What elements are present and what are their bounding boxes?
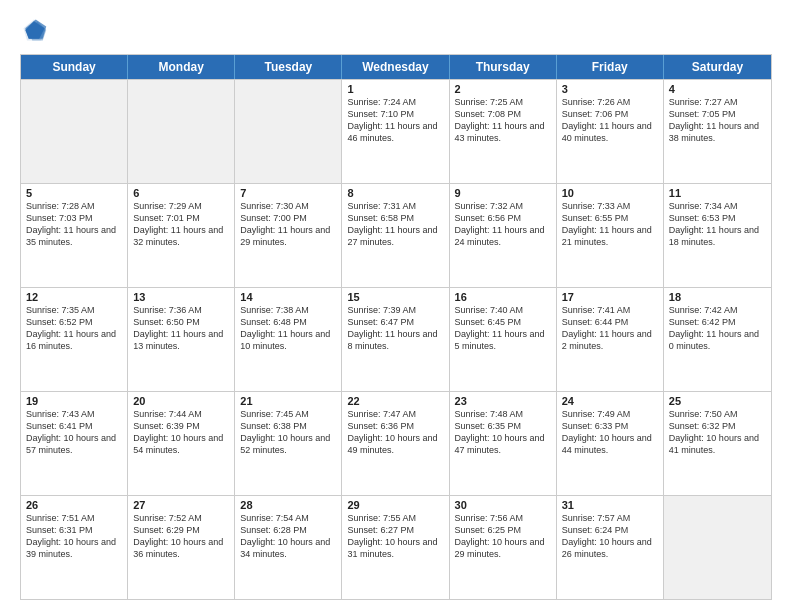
day-cell-13: 13Sunrise: 7:36 AM Sunset: 6:50 PM Dayli… (128, 288, 235, 391)
day-info: Sunrise: 7:31 AM Sunset: 6:58 PM Dayligh… (347, 200, 443, 249)
day-number: 17 (562, 291, 658, 303)
day-info: Sunrise: 7:33 AM Sunset: 6:55 PM Dayligh… (562, 200, 658, 249)
day-info: Sunrise: 7:57 AM Sunset: 6:24 PM Dayligh… (562, 512, 658, 561)
day-info: Sunrise: 7:40 AM Sunset: 6:45 PM Dayligh… (455, 304, 551, 353)
day-info: Sunrise: 7:34 AM Sunset: 6:53 PM Dayligh… (669, 200, 766, 249)
header-day-thursday: Thursday (450, 55, 557, 79)
day-info: Sunrise: 7:44 AM Sunset: 6:39 PM Dayligh… (133, 408, 229, 457)
day-cell-15: 15Sunrise: 7:39 AM Sunset: 6:47 PM Dayli… (342, 288, 449, 391)
day-cell-23: 23Sunrise: 7:48 AM Sunset: 6:35 PM Dayli… (450, 392, 557, 495)
day-cell-21: 21Sunrise: 7:45 AM Sunset: 6:38 PM Dayli… (235, 392, 342, 495)
day-number: 27 (133, 499, 229, 511)
day-cell-31: 31Sunrise: 7:57 AM Sunset: 6:24 PM Dayli… (557, 496, 664, 599)
day-cell-18: 18Sunrise: 7:42 AM Sunset: 6:42 PM Dayli… (664, 288, 771, 391)
day-info: Sunrise: 7:25 AM Sunset: 7:08 PM Dayligh… (455, 96, 551, 145)
day-info: Sunrise: 7:49 AM Sunset: 6:33 PM Dayligh… (562, 408, 658, 457)
day-info: Sunrise: 7:51 AM Sunset: 6:31 PM Dayligh… (26, 512, 122, 561)
day-cell-24: 24Sunrise: 7:49 AM Sunset: 6:33 PM Dayli… (557, 392, 664, 495)
day-cell-12: 12Sunrise: 7:35 AM Sunset: 6:52 PM Dayli… (21, 288, 128, 391)
day-info: Sunrise: 7:42 AM Sunset: 6:42 PM Dayligh… (669, 304, 766, 353)
day-number: 15 (347, 291, 443, 303)
day-number: 28 (240, 499, 336, 511)
day-info: Sunrise: 7:56 AM Sunset: 6:25 PM Dayligh… (455, 512, 551, 561)
calendar-body: 1Sunrise: 7:24 AM Sunset: 7:10 PM Daylig… (21, 79, 771, 599)
day-number: 4 (669, 83, 766, 95)
day-info: Sunrise: 7:54 AM Sunset: 6:28 PM Dayligh… (240, 512, 336, 561)
day-info: Sunrise: 7:28 AM Sunset: 7:03 PM Dayligh… (26, 200, 122, 249)
day-cell-10: 10Sunrise: 7:33 AM Sunset: 6:55 PM Dayli… (557, 184, 664, 287)
day-info: Sunrise: 7:38 AM Sunset: 6:48 PM Dayligh… (240, 304, 336, 353)
logo-icon (20, 16, 48, 44)
day-number: 1 (347, 83, 443, 95)
empty-cell (235, 80, 342, 183)
day-number: 12 (26, 291, 122, 303)
day-info: Sunrise: 7:41 AM Sunset: 6:44 PM Dayligh… (562, 304, 658, 353)
day-cell-1: 1Sunrise: 7:24 AM Sunset: 7:10 PM Daylig… (342, 80, 449, 183)
header-day-friday: Friday (557, 55, 664, 79)
day-cell-29: 29Sunrise: 7:55 AM Sunset: 6:27 PM Dayli… (342, 496, 449, 599)
calendar-row-2: 12Sunrise: 7:35 AM Sunset: 6:52 PM Dayli… (21, 287, 771, 391)
header (20, 16, 772, 44)
day-number: 6 (133, 187, 229, 199)
day-number: 7 (240, 187, 336, 199)
day-number: 24 (562, 395, 658, 407)
day-info: Sunrise: 7:50 AM Sunset: 6:32 PM Dayligh… (669, 408, 766, 457)
empty-cell (21, 80, 128, 183)
day-cell-28: 28Sunrise: 7:54 AM Sunset: 6:28 PM Dayli… (235, 496, 342, 599)
day-number: 20 (133, 395, 229, 407)
day-number: 29 (347, 499, 443, 511)
header-day-wednesday: Wednesday (342, 55, 449, 79)
day-cell-8: 8Sunrise: 7:31 AM Sunset: 6:58 PM Daylig… (342, 184, 449, 287)
day-number: 2 (455, 83, 551, 95)
day-info: Sunrise: 7:47 AM Sunset: 6:36 PM Dayligh… (347, 408, 443, 457)
day-number: 11 (669, 187, 766, 199)
day-info: Sunrise: 7:27 AM Sunset: 7:05 PM Dayligh… (669, 96, 766, 145)
day-cell-25: 25Sunrise: 7:50 AM Sunset: 6:32 PM Dayli… (664, 392, 771, 495)
header-day-tuesday: Tuesday (235, 55, 342, 79)
day-cell-11: 11Sunrise: 7:34 AM Sunset: 6:53 PM Dayli… (664, 184, 771, 287)
logo (20, 16, 52, 44)
day-number: 26 (26, 499, 122, 511)
day-cell-2: 2Sunrise: 7:25 AM Sunset: 7:08 PM Daylig… (450, 80, 557, 183)
day-number: 25 (669, 395, 766, 407)
empty-cell (128, 80, 235, 183)
day-number: 30 (455, 499, 551, 511)
day-number: 18 (669, 291, 766, 303)
day-info: Sunrise: 7:26 AM Sunset: 7:06 PM Dayligh… (562, 96, 658, 145)
calendar-row-0: 1Sunrise: 7:24 AM Sunset: 7:10 PM Daylig… (21, 79, 771, 183)
day-cell-6: 6Sunrise: 7:29 AM Sunset: 7:01 PM Daylig… (128, 184, 235, 287)
day-cell-9: 9Sunrise: 7:32 AM Sunset: 6:56 PM Daylig… (450, 184, 557, 287)
calendar-row-3: 19Sunrise: 7:43 AM Sunset: 6:41 PM Dayli… (21, 391, 771, 495)
day-cell-22: 22Sunrise: 7:47 AM Sunset: 6:36 PM Dayli… (342, 392, 449, 495)
day-number: 31 (562, 499, 658, 511)
day-number: 10 (562, 187, 658, 199)
day-cell-7: 7Sunrise: 7:30 AM Sunset: 7:00 PM Daylig… (235, 184, 342, 287)
page: SundayMondayTuesdayWednesdayThursdayFrid… (0, 0, 792, 612)
day-number: 5 (26, 187, 122, 199)
day-number: 21 (240, 395, 336, 407)
empty-cell (664, 496, 771, 599)
day-cell-17: 17Sunrise: 7:41 AM Sunset: 6:44 PM Dayli… (557, 288, 664, 391)
day-info: Sunrise: 7:35 AM Sunset: 6:52 PM Dayligh… (26, 304, 122, 353)
day-number: 19 (26, 395, 122, 407)
day-info: Sunrise: 7:39 AM Sunset: 6:47 PM Dayligh… (347, 304, 443, 353)
header-day-saturday: Saturday (664, 55, 771, 79)
day-info: Sunrise: 7:52 AM Sunset: 6:29 PM Dayligh… (133, 512, 229, 561)
day-cell-26: 26Sunrise: 7:51 AM Sunset: 6:31 PM Dayli… (21, 496, 128, 599)
day-number: 22 (347, 395, 443, 407)
day-number: 23 (455, 395, 551, 407)
day-cell-19: 19Sunrise: 7:43 AM Sunset: 6:41 PM Dayli… (21, 392, 128, 495)
day-info: Sunrise: 7:36 AM Sunset: 6:50 PM Dayligh… (133, 304, 229, 353)
calendar-row-4: 26Sunrise: 7:51 AM Sunset: 6:31 PM Dayli… (21, 495, 771, 599)
header-day-sunday: Sunday (21, 55, 128, 79)
day-number: 3 (562, 83, 658, 95)
calendar-header: SundayMondayTuesdayWednesdayThursdayFrid… (21, 55, 771, 79)
day-cell-16: 16Sunrise: 7:40 AM Sunset: 6:45 PM Dayli… (450, 288, 557, 391)
day-cell-27: 27Sunrise: 7:52 AM Sunset: 6:29 PM Dayli… (128, 496, 235, 599)
day-cell-4: 4Sunrise: 7:27 AM Sunset: 7:05 PM Daylig… (664, 80, 771, 183)
day-number: 9 (455, 187, 551, 199)
day-info: Sunrise: 7:29 AM Sunset: 7:01 PM Dayligh… (133, 200, 229, 249)
day-info: Sunrise: 7:48 AM Sunset: 6:35 PM Dayligh… (455, 408, 551, 457)
calendar-row-1: 5Sunrise: 7:28 AM Sunset: 7:03 PM Daylig… (21, 183, 771, 287)
day-info: Sunrise: 7:24 AM Sunset: 7:10 PM Dayligh… (347, 96, 443, 145)
